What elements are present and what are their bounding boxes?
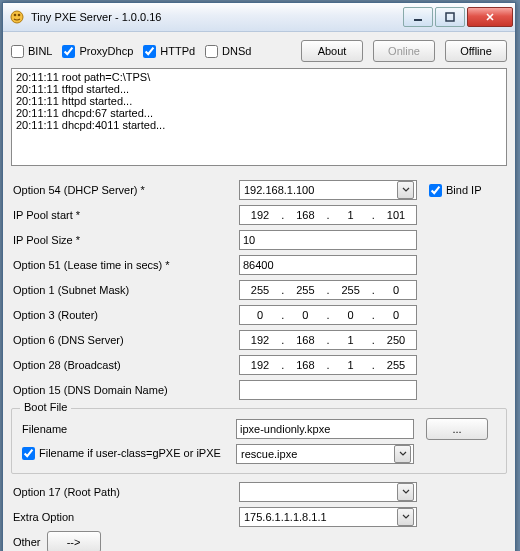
svg-point-1 [14, 14, 17, 17]
opt3-ip[interactable]: . . . [239, 305, 417, 325]
ip-octet[interactable] [376, 280, 416, 300]
ip-octet[interactable] [240, 355, 280, 375]
bind-ip-checkbox-input[interactable] [429, 184, 442, 197]
browse-button[interactable]: ... [426, 418, 488, 440]
ip-octet[interactable] [240, 280, 280, 300]
ip-octet[interactable] [285, 355, 325, 375]
opt28-label: Option 28 (Broadcast) [11, 359, 239, 371]
httpd-checkbox-input[interactable] [143, 45, 156, 58]
extra-option-value: 175.6.1.1.1.8.1.1 [244, 511, 327, 523]
other-button[interactable]: --> [47, 531, 101, 551]
chevron-down-icon[interactable] [397, 181, 414, 199]
ip-octet[interactable] [376, 205, 416, 225]
binl-checkbox[interactable]: BINL [11, 45, 52, 58]
proxydhcp-checkbox[interactable]: ProxyDhcp [62, 45, 133, 58]
close-button[interactable] [467, 7, 513, 27]
opt6-label: Option 6 (DNS Server) [11, 334, 239, 346]
chevron-down-icon[interactable] [397, 483, 414, 501]
log-textarea[interactable] [11, 68, 507, 166]
opt54-value: 192.168.1.100 [244, 184, 314, 196]
alt-filename-value: rescue.ipxe [241, 448, 297, 460]
ip-octet[interactable] [240, 205, 280, 225]
ip-octet[interactable] [285, 330, 325, 350]
about-button[interactable]: About [301, 40, 363, 62]
ip-octet[interactable] [376, 355, 416, 375]
pool-size-input[interactable] [239, 230, 417, 250]
ip-octet[interactable] [240, 330, 280, 350]
chevron-down-icon[interactable] [397, 508, 414, 526]
ip-octet[interactable] [240, 305, 280, 325]
extra-option-combo[interactable]: 175.6.1.1.1.8.1.1 [239, 507, 417, 527]
opt17-label: Option 17 (Root Path) [11, 486, 239, 498]
maximize-button[interactable] [435, 7, 465, 27]
window-title: Tiny PXE Server - 1.0.0.16 [31, 11, 403, 23]
bootfile-legend: Boot File [20, 401, 71, 413]
chevron-down-icon[interactable] [394, 445, 411, 463]
opt51-input[interactable] [239, 255, 417, 275]
log-panel [11, 68, 507, 168]
dnsd-label: DNSd [222, 45, 251, 57]
opt1-ip[interactable]: . . . [239, 280, 417, 300]
opt17-combo[interactable] [239, 482, 417, 502]
filename-label: Filename [20, 423, 236, 435]
alt-filename-checkbox[interactable]: Filename if user-class=gPXE or iPXE [22, 447, 221, 460]
bind-ip-checkbox[interactable]: Bind IP [429, 184, 481, 197]
opt1-label: Option 1 (Subnet Mask) [11, 284, 239, 296]
svg-rect-3 [414, 19, 422, 21]
ip-octet[interactable] [376, 305, 416, 325]
opt15-input[interactable] [239, 380, 417, 400]
pool-start-ip[interactable]: . . . [239, 205, 417, 225]
dnsd-checkbox-input[interactable] [205, 45, 218, 58]
opt3-label: Option 3 (Router) [11, 309, 239, 321]
ip-octet[interactable] [285, 280, 325, 300]
minimize-button[interactable] [403, 7, 433, 27]
client-area: BINL ProxyDhcp HTTPd DNSd About Online O… [3, 32, 515, 551]
ip-octet[interactable] [285, 305, 325, 325]
opt6-ip[interactable]: . . . [239, 330, 417, 350]
alt-filename-combo[interactable]: rescue.ipxe [236, 444, 414, 464]
extra-option-label: Extra Option [11, 511, 239, 523]
opt28-ip[interactable]: . . . [239, 355, 417, 375]
bootfile-group: Boot File Filename ... Filename if user-… [11, 408, 507, 474]
titlebar[interactable]: Tiny PXE Server - 1.0.0.16 [3, 3, 515, 32]
httpd-label: HTTPd [160, 45, 195, 57]
bind-ip-label: Bind IP [446, 184, 481, 196]
alt-filename-checkbox-input[interactable] [22, 447, 35, 460]
offline-button[interactable]: Offline [445, 40, 507, 62]
online-button[interactable]: Online [373, 40, 435, 62]
ip-octet[interactable] [331, 330, 371, 350]
pool-size-label: IP Pool Size * [11, 234, 239, 246]
window-buttons [403, 7, 513, 27]
app-window: Tiny PXE Server - 1.0.0.16 BINL ProxyDhc… [2, 2, 516, 551]
svg-point-2 [18, 14, 21, 17]
opt54-label: Option 54 (DHCP Server) * [11, 184, 239, 196]
opt51-label: Option 51 (Lease time in secs) * [11, 259, 239, 271]
svg-rect-4 [446, 13, 454, 21]
binl-checkbox-input[interactable] [11, 45, 24, 58]
proxydhcp-checkbox-input[interactable] [62, 45, 75, 58]
filename-input[interactable] [236, 419, 414, 439]
proxydhcp-label: ProxyDhcp [79, 45, 133, 57]
ip-octet[interactable] [376, 330, 416, 350]
ip-octet[interactable] [285, 205, 325, 225]
ip-octet[interactable] [331, 280, 371, 300]
alt-filename-label: Filename if user-class=gPXE or iPXE [39, 447, 221, 459]
other-label: Other [11, 536, 41, 548]
ip-octet[interactable] [331, 305, 371, 325]
binl-label: BINL [28, 45, 52, 57]
app-icon [9, 9, 25, 25]
svg-point-0 [11, 11, 23, 23]
httpd-checkbox[interactable]: HTTPd [143, 45, 195, 58]
toolbar: BINL ProxyDhcp HTTPd DNSd About Online O… [11, 40, 507, 62]
opt15-label: Option 15 (DNS Domain Name) [11, 384, 239, 396]
dnsd-checkbox[interactable]: DNSd [205, 45, 251, 58]
opt54-combo[interactable]: 192.168.1.100 [239, 180, 417, 200]
settings-form: Option 54 (DHCP Server) * 192.168.1.100 … [11, 178, 507, 551]
ip-octet[interactable] [331, 355, 371, 375]
pool-start-label: IP Pool start * [11, 209, 239, 221]
ip-octet[interactable] [331, 205, 371, 225]
